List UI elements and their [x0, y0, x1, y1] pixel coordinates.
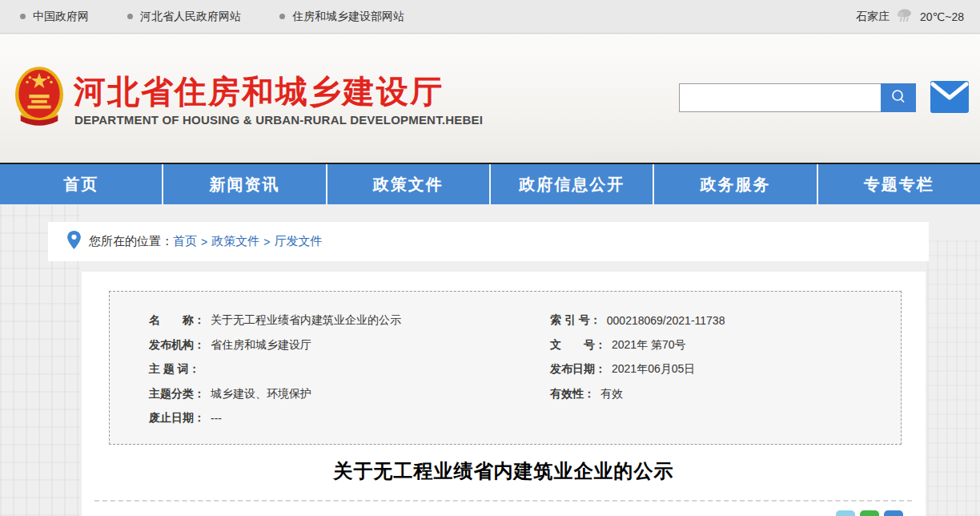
nav-item-services[interactable]: 政务服务 [654, 164, 817, 204]
meta-value: 000218069/2021-11738 [607, 314, 725, 327]
meta-label: 发布日期： [550, 362, 606, 377]
meta-column-right: 索 引 号： 000218069/2021-11738 文 号： 2021年 第… [550, 308, 725, 406]
meta-row-category: 主题分类： 城乡建设、环境保护 [149, 382, 401, 407]
meta-label: 有效性： [550, 387, 595, 401]
meta-label: 废止日期： [149, 411, 205, 425]
meta-label: 索 引 号： [550, 313, 601, 328]
right-watermark [927, 240, 980, 516]
meta-value: --- [211, 412, 222, 425]
meta-value: 2021年 第70号 [612, 338, 686, 353]
link-hebei-gov[interactable]: 河北省人民政府网站 [127, 10, 241, 24]
breadcrumb-link-home[interactable]: 首页 [173, 234, 197, 249]
bullet-icon [279, 14, 285, 19]
meta-label: 主题分类： [149, 387, 205, 401]
meta-row-keywords: 主 题 词： [149, 357, 401, 382]
link-china-gov[interactable]: 中国政府网 [20, 10, 89, 24]
article-title: 关于无工程业绩省内建筑业企业的公示 [82, 458, 926, 484]
meta-row-validity: 有效性： 有效 [550, 382, 725, 407]
breadcrumb-separator: > [263, 236, 270, 248]
nav-item-news[interactable]: 新闻资讯 [163, 164, 327, 204]
nav-item-policy[interactable]: 政策文件 [327, 164, 491, 204]
weather-temp: 20℃~28 [920, 10, 964, 23]
national-emblem-icon [14, 65, 64, 131]
link-label: 中国政府网 [33, 10, 89, 24]
meta-label: 名 称： [149, 313, 205, 328]
meta-label: 文 号： [550, 338, 606, 353]
meta-row-publish-date: 发布日期： 2021年06月05日 [550, 357, 725, 382]
location-pin-icon [67, 231, 81, 252]
site-subtitle: DEPARTMENT OF HOUSING & URBAN-RURAL DEVE… [74, 113, 483, 127]
meta-row-doc-number: 文 号： 2021年 第70号 [550, 333, 725, 358]
meta-value: 2021年06月05日 [612, 362, 695, 377]
header: 河北省住房和城乡建设厅 DEPARTMENT OF HOUSING & URBA… [0, 34, 980, 164]
share-bar [836, 510, 903, 516]
page: 中国政府网 河北省人民政府网站 住房和城乡建设部网站 石家庄 [0, 0, 980, 516]
mail-icon [930, 102, 969, 115]
dashed-divider [94, 500, 912, 502]
breadcrumb-separator: > [201, 236, 207, 248]
link-label: 河北省人民政府网站 [140, 10, 241, 24]
meta-row-name: 名 称： 关于无工程业绩省内建筑业企业的公示 [149, 308, 401, 333]
link-mohurd[interactable]: 住房和城乡建设部网站 [279, 10, 404, 24]
weather-city: 石家庄 [856, 10, 890, 24]
main-nav: 首页 新闻资讯 政策文件 政府信息公开 政务服务 专题专栏 [0, 163, 980, 204]
search-icon [890, 88, 907, 108]
qq-icon[interactable] [884, 510, 903, 516]
meta-label: 发布机构： [149, 338, 205, 353]
search-input[interactable] [679, 83, 881, 112]
breadcrumb: 您所在的位置： 首页 > 政策文件 > 厅发文件 [48, 222, 929, 261]
nav-item-special[interactable]: 专题专栏 [818, 164, 980, 204]
breadcrumb-link-policy[interactable]: 政策文件 [211, 234, 259, 249]
weibo-icon[interactable] [836, 510, 855, 516]
meta-value: 有效 [600, 387, 623, 401]
meta-row-issuer: 发布机构： 省住房和城乡建设厅 [149, 333, 401, 358]
meta-row-index-number: 索 引 号： 000218069/2021-11738 [550, 308, 725, 333]
weather-icon [896, 7, 914, 26]
search-button[interactable] [881, 83, 916, 112]
topbar-links: 中国政府网 河北省人民政府网站 住房和城乡建设部网站 [0, 10, 404, 24]
nav-item-home[interactable]: 首页 [0, 164, 163, 204]
bullet-icon [127, 14, 133, 19]
meta-value: 关于无工程业绩省内建筑业企业的公示 [211, 313, 401, 328]
breadcrumb-prefix: 您所在的位置： [89, 234, 173, 249]
wechat-icon[interactable] [860, 510, 879, 516]
meta-label: 主 题 词： [149, 362, 200, 377]
meta-column-left: 名 称： 关于无工程业绩省内建筑业企业的公示 发布机构： 省住房和城乡建设厅 主… [149, 308, 401, 431]
meta-value: 城乡建设、环境保护 [211, 387, 311, 401]
document-meta-box: 名 称： 关于无工程业绩省内建筑业企业的公示 发布机构： 省住房和城乡建设厅 主… [109, 291, 902, 445]
nav-item-gov-info[interactable]: 政府信息公开 [491, 164, 654, 204]
breadcrumb-link-dept-docs[interactable]: 厅发文件 [274, 234, 322, 249]
bullet-icon [20, 14, 26, 19]
meta-value: 省住房和城乡建设厅 [211, 338, 311, 353]
document-card: 名 称： 关于无工程业绩省内建筑业企业的公示 发布机构： 省住房和城乡建设厅 主… [82, 272, 926, 516]
topbar: 中国政府网 河北省人民政府网站 住房和城乡建设部网站 石家庄 [0, 0, 980, 34]
meta-row-repeal-date: 废止日期： --- [149, 406, 401, 431]
site-title: 河北省住房和城乡建设厅 [74, 70, 444, 114]
mail-button[interactable] [930, 81, 969, 113]
link-label: 住房和城乡建设部网站 [292, 10, 404, 24]
weather-widget: 石家庄 20℃~28 [856, 7, 980, 26]
